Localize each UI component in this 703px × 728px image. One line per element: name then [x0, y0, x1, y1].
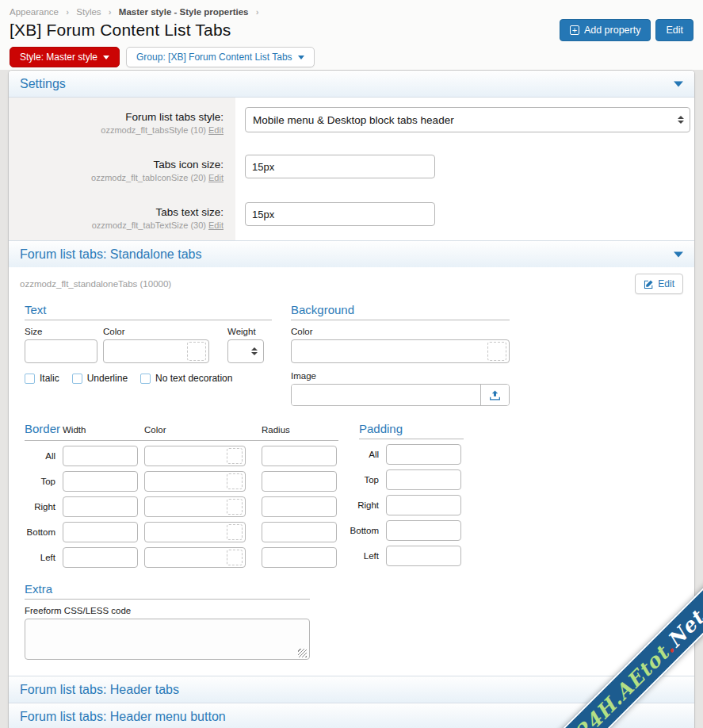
group-title-extra: Extra	[25, 582, 52, 596]
plus-square-icon: +	[570, 25, 579, 35]
border-color-input[interactable]	[145, 496, 227, 517]
caret-down-icon	[674, 251, 683, 257]
border-width-input[interactable]	[63, 496, 138, 517]
forum-list-tabs-style-select[interactable]: Mobile menu & Desktop block tabs header	[245, 107, 690, 132]
background-image-input[interactable]	[292, 385, 480, 405]
border-width-input[interactable]	[63, 471, 138, 492]
breadcrumb-styles[interactable]: Styles	[76, 7, 101, 17]
underline-label: Underline	[87, 373, 128, 384]
padding-row-label: Bottom	[348, 526, 386, 535]
property-edit-link[interactable]: Edit	[208, 220, 224, 230]
padding-row-label: All	[348, 450, 386, 459]
group-title-background: Background	[291, 303, 354, 316]
extra-style-group: Extra Freeform CSS/LESS code	[25, 582, 310, 663]
standalone-edit-button[interactable]: Edit	[635, 274, 683, 294]
tabs-text-size-input[interactable]	[245, 202, 435, 226]
setting-value-cell	[235, 193, 695, 240]
border-row-top: Top	[25, 471, 338, 492]
setting-value-cell: Mobile menu & Desktop block tabs header	[235, 98, 695, 145]
text-color-input[interactable]	[104, 341, 187, 362]
text-size-label: Size	[25, 327, 97, 336]
group-selector-button[interactable]: Group: [XB] Forum Content List Tabs	[126, 47, 315, 67]
padding-row-bottom: Bottom	[348, 520, 464, 541]
setting-label-cell: Tabs text size: ozzmodz_flt_tabTextSize …	[9, 193, 235, 240]
section-header-settings[interactable]: Settings	[9, 71, 694, 98]
edit-button[interactable]: Edit	[655, 19, 693, 41]
background-color-label: Color	[291, 327, 510, 336]
property-edit-link[interactable]: Edit	[208, 173, 224, 182]
edit-button-label: Edit	[666, 25, 683, 36]
setting-label-cell: Tabs icon size: ozzmodz_flt_tabIconSize …	[9, 145, 235, 193]
group-title-padding: Padding	[359, 422, 403, 435]
padding-input[interactable]	[386, 444, 461, 465]
border-color-input[interactable]	[145, 522, 227, 542]
upload-icon	[489, 389, 501, 401]
border-row-left: Left	[25, 547, 338, 568]
italic-checkbox[interactable]: Italic	[25, 373, 59, 384]
border-row-all: All	[25, 446, 338, 466]
border-radius-input[interactable]	[262, 471, 337, 492]
group-title-text: Text	[25, 303, 47, 316]
property-id: ozzmodz_flt_tabIconSize (20)	[91, 173, 206, 182]
border-width-input[interactable]	[63, 547, 138, 568]
padding-row-top: Top	[348, 469, 464, 490]
style-properties-panel: Settings Forum list tabs style: ozzmodz_…	[8, 70, 695, 728]
page-header: Appearance › Styles › Master style - Sty…	[0, 0, 703, 70]
border-style-group: Border Width Color Radius All Top	[25, 422, 338, 568]
border-radius-input[interactable]	[262, 547, 337, 568]
border-row-label: Bottom	[25, 527, 63, 537]
border-radius-input[interactable]	[262, 522, 337, 542]
color-swatch[interactable]	[187, 342, 206, 361]
text-size-input[interactable]	[25, 339, 97, 363]
border-row-label: Left	[25, 553, 63, 562]
freeform-css-label: Freeform CSS/LESS code	[25, 606, 310, 615]
background-color-input[interactable]	[292, 341, 487, 362]
border-radius-column: Radius	[262, 425, 338, 435]
border-color-column: Color	[144, 425, 262, 435]
group-selector-label: Group: [XB] Forum Content List Tabs	[136, 52, 292, 63]
border-width-input[interactable]	[63, 522, 138, 542]
resize-grip[interactable]	[298, 649, 307, 657]
border-color-input[interactable]	[145, 446, 227, 466]
property-edit-link[interactable]: Edit	[208, 125, 224, 135]
border-width-input[interactable]	[63, 446, 138, 466]
style-selector-button[interactable]: Style: Master style	[10, 47, 120, 67]
color-swatch[interactable]	[227, 473, 243, 489]
border-radius-input[interactable]	[262, 446, 337, 466]
padding-row-right: Right	[348, 495, 464, 515]
breadcrumb-separator: ›	[109, 7, 112, 17]
property-id: ozzmodz_flt_tabsStyle (10)	[101, 125, 206, 135]
settings-rows: Forum list tabs style: ozzmodz_flt_tabsS…	[9, 98, 694, 240]
freeform-css-textarea[interactable]	[25, 619, 310, 660]
section-title: Settings	[20, 77, 66, 90]
border-width-column: Width	[63, 425, 144, 435]
section-header-standalone-tabs[interactable]: Forum list tabs: Standalone tabs	[9, 240, 694, 267]
padding-input[interactable]	[386, 520, 461, 541]
upload-button[interactable]	[480, 385, 509, 405]
chevron-down-icon	[298, 56, 304, 59]
tabs-icon-size-input[interactable]	[245, 155, 435, 178]
text-weight-select[interactable]	[227, 339, 264, 363]
underline-checkbox[interactable]: Underline	[72, 373, 128, 384]
padding-input[interactable]	[386, 495, 461, 515]
breadcrumb-appearance[interactable]: Appearance	[10, 7, 59, 17]
padding-input[interactable]	[386, 546, 461, 566]
border-color-input[interactable]	[145, 547, 227, 568]
text-style-group: Text Size Color Weight	[25, 303, 272, 384]
color-swatch[interactable]	[227, 499, 243, 515]
padding-row-left: Left	[348, 546, 464, 566]
add-property-button[interactable]: + Add property	[560, 19, 651, 41]
border-radius-input[interactable]	[262, 496, 337, 517]
padding-style-group: Padding All Top Right Bottom	[348, 422, 464, 566]
text-weight-label: Weight	[227, 327, 264, 336]
border-color-input[interactable]	[145, 471, 227, 492]
color-swatch[interactable]	[227, 448, 243, 464]
breadcrumb-current[interactable]: Master style - Style properties	[119, 7, 249, 17]
color-swatch[interactable]	[487, 342, 506, 361]
color-swatch[interactable]	[227, 524, 243, 540]
padding-input[interactable]	[386, 469, 461, 490]
property-id: ozzmodz_flt_tabTextSize (30)	[92, 220, 206, 230]
no-text-decoration-checkbox[interactable]: No text decoration	[140, 373, 232, 384]
no-text-decoration-label: No text decoration	[155, 373, 232, 384]
color-swatch[interactable]	[227, 550, 243, 565]
